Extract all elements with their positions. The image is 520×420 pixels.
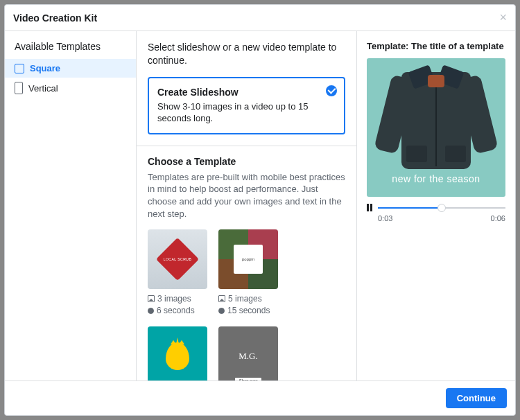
selected-check-icon	[326, 85, 337, 96]
modal-body: Available Templates Square Vertical Sele…	[5, 31, 515, 380]
sidebar-item-vertical[interactable]: Vertical	[5, 78, 136, 98]
thumb-subcaption: Shop now	[235, 378, 262, 380]
video-player-controls	[367, 204, 505, 211]
template-thumbnail: poppin	[218, 229, 278, 289]
sidebar: Available Templates Square Vertical	[5, 31, 137, 380]
images-icon	[148, 295, 155, 302]
section-divider	[137, 146, 356, 146]
template-thumbnail	[148, 229, 207, 289]
slideshow-desc: Show 3-10 images in a video up to 15 sec…	[157, 100, 336, 125]
preview-panel: Template: The title of a template new fo…	[357, 31, 515, 380]
thumb-caption: poppin	[234, 245, 263, 274]
time-total: 0:06	[491, 214, 505, 222]
sidebar-item-label: Vertical	[28, 83, 58, 94]
template-card[interactable]: 3 images 6 seconds	[148, 229, 207, 317]
time-labels: 0:03 0:06	[367, 214, 505, 222]
center-panel: Select slideshow or a new video template…	[137, 31, 357, 380]
template-grid: 3 images 6 seconds poppin 5 images 15 se…	[148, 229, 345, 380]
clock-icon	[148, 308, 154, 314]
template-card[interactable]: 3 images 6 seconds	[148, 326, 207, 380]
modal-video-creation-kit: Video Creation Kit × Available Templates…	[4, 4, 516, 416]
template-stats: 5 images 15 seconds	[218, 293, 278, 317]
thumb-caption: M.G.	[239, 351, 257, 362]
sidebar-item-label: Square	[30, 63, 60, 73]
pause-button[interactable]	[367, 204, 374, 211]
create-slideshow-card[interactable]: Create Slideshow Show 3-10 images in a v…	[148, 77, 345, 134]
images-count: 3 images	[157, 293, 191, 305]
clock-icon	[218, 308, 225, 314]
template-thumbnail	[148, 326, 207, 380]
continue-button[interactable]: Continue	[446, 388, 507, 408]
preview-overlay-text: new for the season	[392, 173, 480, 184]
progress-track[interactable]	[378, 207, 505, 209]
preview-video-frame: new for the season	[367, 58, 505, 197]
choose-template-desc: Templates are pre-built with mobile best…	[148, 171, 345, 220]
images-icon	[218, 295, 225, 302]
time-current: 0:03	[378, 214, 392, 222]
close-icon[interactable]: ×	[499, 10, 507, 25]
slideshow-title: Create Slideshow	[157, 87, 336, 98]
template-stats: 3 images 6 seconds	[148, 293, 207, 317]
modal-footer: Continue	[5, 380, 515, 415]
intro-text: Select slideshow or a new video template…	[148, 41, 342, 67]
template-card[interactable]: M.G. Shop now 5 images 15 seconds	[218, 326, 278, 380]
images-count: 5 images	[228, 293, 262, 305]
sidebar-title: Available Templates	[5, 41, 136, 59]
square-icon	[15, 64, 24, 73]
progress-fill	[378, 207, 442, 209]
preview-title: Template: The title of a template	[367, 41, 505, 51]
choose-template-title: Choose a Template	[148, 156, 345, 167]
template-card[interactable]: poppin 5 images 15 seconds	[218, 229, 278, 317]
modal-title: Video Creation Kit	[13, 12, 97, 24]
modal-header: Video Creation Kit ×	[5, 5, 515, 31]
vertical-icon	[15, 82, 23, 94]
template-thumbnail: M.G. Shop now	[218, 326, 278, 380]
seconds-count: 6 seconds	[157, 305, 195, 317]
progress-thumb[interactable]	[437, 204, 446, 212]
sidebar-item-square[interactable]: Square	[5, 59, 136, 78]
seconds-count: 15 seconds	[227, 305, 270, 317]
